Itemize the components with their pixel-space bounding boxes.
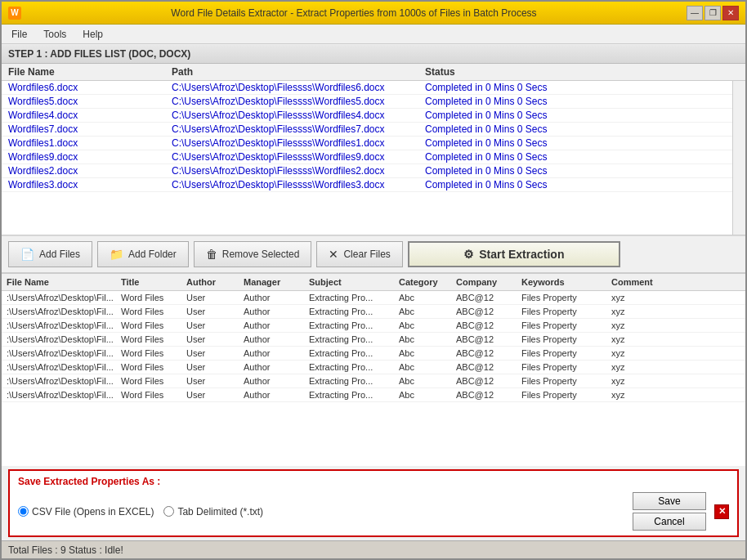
tab-option[interactable]: Tab Delimited (*.txt) xyxy=(163,506,263,517)
extracted-company: ABC@12 xyxy=(454,292,520,303)
file-name-cell[interactable]: Wordfiles3.docx xyxy=(8,179,172,190)
extracted-keywords: Files Property xyxy=(520,347,610,359)
extracted-author: User xyxy=(185,334,242,345)
menu-help[interactable]: Help xyxy=(76,27,110,42)
ecol-comment: Comment xyxy=(610,276,675,288)
extracted-file: :\Users\Afroz\Desktop\Fil... xyxy=(5,389,119,401)
extracted-row[interactable]: :\Users\Afroz\Desktop\Fil... Word Files … xyxy=(2,305,745,319)
extracted-row[interactable]: :\Users\Afroz\Desktop\Fil... Word Files … xyxy=(2,388,745,402)
extracted-subject: Extracting Pro... xyxy=(307,306,397,317)
gear-icon: ⚙ xyxy=(463,248,474,261)
file-name-cell[interactable]: Wordfiles4.docx xyxy=(8,110,172,121)
extracted-category: Abc xyxy=(397,334,454,345)
extracted-file: :\Users\Afroz\Desktop\Fil... xyxy=(5,375,119,387)
close-save-button[interactable]: ✕ xyxy=(714,504,729,519)
extracted-comment: xyz xyxy=(610,334,675,345)
extracted-keywords: Files Property xyxy=(520,389,610,401)
menu-tools[interactable]: Tools xyxy=(37,27,73,42)
add-folder-button[interactable]: 📁 Add Folder xyxy=(97,241,189,267)
file-status-cell: Completed in 0 Mins 0 Secs xyxy=(425,179,726,190)
extracted-keywords: Files Property xyxy=(520,292,610,303)
minimize-button[interactable]: — xyxy=(687,6,703,20)
extracted-author: User xyxy=(185,320,242,331)
status-bar: Total Files : 9 Status : Idle! xyxy=(2,540,745,558)
extracted-row[interactable]: :\Users\Afroz\Desktop\Fil... Word Files … xyxy=(2,319,745,333)
save-title: Save Extracted Properties As : xyxy=(18,476,729,487)
menu-file[interactable]: File xyxy=(5,27,34,42)
close-button[interactable]: ✕ xyxy=(722,6,739,20)
add-files-button[interactable]: 📄 Add Files xyxy=(8,241,92,267)
file-list-row[interactable]: Wordfiles5.docx C:\Users\Afroz\Desktop\F… xyxy=(2,95,732,109)
ecol-subject: Subject xyxy=(307,276,397,288)
extracted-title: Word Files xyxy=(119,361,185,373)
extracted-company: ABC@12 xyxy=(454,389,520,401)
save-buttons: Save Cancel xyxy=(633,492,706,531)
file-path-cell: C:\Users\Afroz\Desktop\Filessss\Wordfile… xyxy=(172,137,425,149)
extracted-title: Word Files xyxy=(119,306,185,317)
extracted-subject: Extracting Pro... xyxy=(307,375,397,387)
file-name-cell[interactable]: Wordfiles7.docx xyxy=(8,123,172,135)
extracted-row[interactable]: :\Users\Afroz\Desktop\Fil... Word Files … xyxy=(2,347,745,361)
file-list-row[interactable]: Wordfiles3.docx C:\Users\Afroz\Desktop\F… xyxy=(2,178,732,192)
file-path-cell: C:\Users\Afroz\Desktop\Filessss\Wordfile… xyxy=(172,123,425,135)
remove-selected-button[interactable]: 🗑 Remove Selected xyxy=(194,241,312,267)
file-status-cell: Completed in 0 Mins 0 Secs xyxy=(425,137,726,149)
extracted-title: Word Files xyxy=(119,334,185,345)
extracted-subject: Extracting Pro... xyxy=(307,347,397,359)
file-list-row[interactable]: Wordfiles2.docx C:\Users\Afroz\Desktop\F… xyxy=(2,164,732,178)
extracted-company: ABC@12 xyxy=(454,320,520,331)
cancel-button[interactable]: Cancel xyxy=(633,513,706,531)
extracted-comment: xyz xyxy=(610,320,675,331)
extracted-comment: xyz xyxy=(610,389,675,401)
extracted-body[interactable]: :\Users\Afroz\Desktop\Fil... Word Files … xyxy=(2,291,745,466)
extracted-subject: Extracting Pro... xyxy=(307,361,397,373)
extracted-manager: Author xyxy=(242,361,307,373)
file-list-row[interactable]: Wordfiles9.docx C:\Users\Afroz\Desktop\F… xyxy=(2,150,732,164)
save-section: Save Extracted Properties As : CSV File … xyxy=(8,469,739,537)
extracted-category: Abc xyxy=(397,292,454,303)
extracted-author: User xyxy=(185,306,242,317)
file-list-row[interactable]: Wordfiles6.docx C:\Users\Afroz\Desktop\F… xyxy=(2,81,732,95)
file-path-cell: C:\Users\Afroz\Desktop\Filessss\Wordfile… xyxy=(172,110,425,121)
app-icon: W xyxy=(8,7,21,20)
extracted-title: Word Files xyxy=(119,375,185,387)
file-list-row[interactable]: Wordfiles4.docx C:\Users\Afroz\Desktop\F… xyxy=(2,109,732,123)
start-extraction-button[interactable]: ⚙ Start Extraction xyxy=(408,241,620,267)
extracted-file: :\Users\Afroz\Desktop\Fil... xyxy=(5,361,119,373)
file-list-row[interactable]: Wordfiles7.docx C:\Users\Afroz\Desktop\F… xyxy=(2,123,732,137)
file-list-section: File Name Path Status Wordfiles6.docx C:… xyxy=(2,64,745,235)
file-name-cell[interactable]: Wordfiles9.docx xyxy=(8,151,172,163)
file-name-cell[interactable]: Wordfiles5.docx xyxy=(8,96,172,107)
scrollbar[interactable] xyxy=(732,81,745,235)
file-name-cell[interactable]: Wordfiles1.docx xyxy=(8,137,172,149)
file-status-cell: Completed in 0 Mins 0 Secs xyxy=(425,96,726,107)
csv-option[interactable]: CSV File (Opens in EXCEL) xyxy=(18,506,154,517)
extracted-subject: Extracting Pro... xyxy=(307,320,397,331)
extracted-row[interactable]: :\Users\Afroz\Desktop\Fil... Word Files … xyxy=(2,374,745,388)
extracted-comment: xyz xyxy=(610,306,675,317)
file-list-body[interactable]: Wordfiles6.docx C:\Users\Afroz\Desktop\F… xyxy=(2,81,732,235)
extracted-row[interactable]: :\Users\Afroz\Desktop\Fil... Word Files … xyxy=(2,361,745,374)
clear-files-button[interactable]: ✕ Clear Files xyxy=(316,241,402,267)
extracted-row[interactable]: :\Users\Afroz\Desktop\Fil... Word Files … xyxy=(2,333,745,347)
file-status-cell: Completed in 0 Mins 0 Secs xyxy=(425,123,726,135)
save-button[interactable]: Save xyxy=(633,492,706,510)
file-status-cell: Completed in 0 Mins 0 Secs xyxy=(425,151,726,163)
extracted-author: User xyxy=(185,347,242,359)
file-status-cell: Completed in 0 Mins 0 Secs xyxy=(425,165,726,177)
extracted-file: :\Users\Afroz\Desktop\Fil... xyxy=(5,320,119,331)
extracted-subject: Extracting Pro... xyxy=(307,292,397,303)
extracted-section: File Name Title Author Manager Subject C… xyxy=(2,274,745,466)
extracted-manager: Author xyxy=(242,375,307,387)
restore-button[interactable]: ❐ xyxy=(705,6,721,20)
window-title: Word File Details Extractor - Extract Pr… xyxy=(21,7,687,19)
step-header: STEP 1 : ADD FILES LIST (DOC, DOCX) xyxy=(2,44,745,64)
extracted-title: Word Files xyxy=(119,292,185,303)
file-name-cell[interactable]: Wordfiles6.docx xyxy=(8,82,172,93)
ecol-category: Category xyxy=(397,276,454,288)
extracted-category: Abc xyxy=(397,320,454,331)
extracted-row[interactable]: :\Users\Afroz\Desktop\Fil... Word Files … xyxy=(2,291,745,305)
file-list-row[interactable]: Wordfiles1.docx C:\Users\Afroz\Desktop\F… xyxy=(2,137,732,150)
file-name-cell[interactable]: Wordfiles2.docx xyxy=(8,165,172,177)
button-bar: 📄 Add Files 📁 Add Folder 🗑 Remove Select… xyxy=(2,235,745,274)
